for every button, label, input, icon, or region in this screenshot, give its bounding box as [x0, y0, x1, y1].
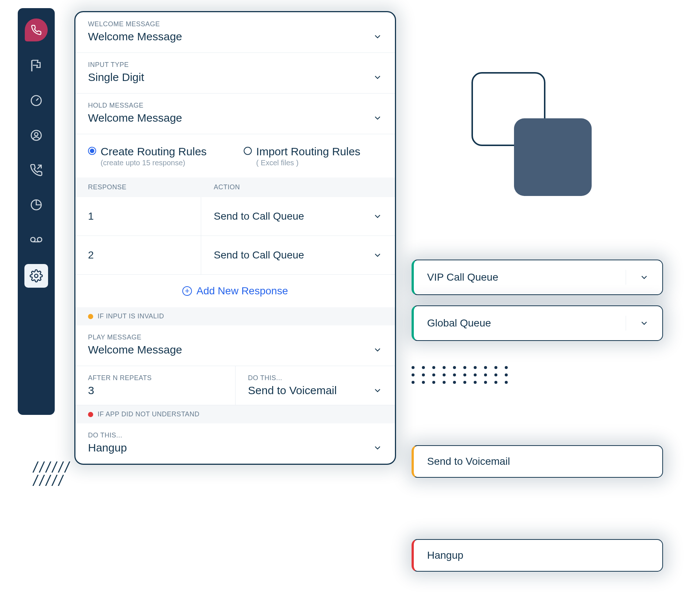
popout-value: Send to Voicemail	[427, 456, 510, 467]
sidebar-item-users[interactable]	[26, 125, 47, 146]
phone-icon	[31, 24, 42, 35]
table-row: 2 Send to Call Queue	[75, 236, 395, 275]
noresponse-do-label: Do this...	[88, 432, 382, 439]
sidebar-item-flag[interactable]	[26, 55, 47, 76]
after-repeats-label: After N Repeats	[88, 374, 223, 382]
hold-message-field: Hold Message Welcome Message	[75, 94, 395, 134]
svg-point-6	[37, 237, 42, 242]
radio-indicator	[244, 147, 252, 155]
play-message-label: Play Message	[88, 334, 382, 341]
sidebar-item-settings[interactable]	[24, 264, 48, 288]
flag-icon	[30, 59, 43, 72]
popout-value: VIP Call Queue	[427, 271, 498, 283]
add-response-label: Add New Response	[196, 285, 288, 297]
table-row: 1 Send to Call Queue	[75, 197, 395, 236]
welcome-message-field: Welcome Message Welcome Message	[75, 12, 395, 53]
popout-queue-row2[interactable]: Global Queue	[412, 305, 663, 341]
chevron-down-icon	[639, 318, 649, 328]
input-type-label: Input Type	[88, 61, 382, 69]
decorative-square-fill	[514, 118, 592, 196]
section-if-input-invalid-label: If Input is Invalid	[98, 312, 164, 320]
invalid-action-select[interactable]: Send to Voicemail	[248, 384, 383, 397]
plus-circle-icon: +	[182, 286, 192, 296]
chevron-down-icon	[373, 212, 382, 221]
routing-rules-choice: Create Routing Rules (create upto 15 res…	[75, 134, 395, 177]
popout-value: Global Queue	[427, 317, 491, 329]
popout-queue-row1[interactable]: VIP Call Queue	[412, 260, 663, 295]
add-response-button[interactable]: + Add New Response	[75, 275, 395, 307]
svg-point-8	[35, 274, 38, 278]
play-message-field: Play Message Welcome Message	[75, 325, 395, 366]
col-header-action: Action	[214, 183, 240, 191]
play-message-select[interactable]: Welcome Message	[88, 344, 382, 356]
hold-message-value: Welcome Message	[88, 112, 182, 124]
popout-noresponse-target[interactable]: Hangup	[412, 539, 663, 572]
gauge-icon	[30, 94, 43, 107]
sidebar-item-reports[interactable]	[26, 194, 47, 215]
chevron-down-icon	[639, 273, 649, 282]
sidebar-item-voicemail[interactable]	[26, 229, 47, 250]
section-if-not-understand-label: If App Did Not Understand	[98, 410, 200, 418]
sidebar-item-dashboard[interactable]	[26, 90, 47, 111]
response-value: 1	[75, 197, 201, 236]
svg-point-3	[35, 133, 38, 136]
sidebar-item-phone[interactable]	[25, 18, 48, 41]
action-value: Send to Call Queue	[214, 249, 304, 261]
play-message-value: Welcome Message	[88, 344, 182, 356]
create-routing-sub: (create upto 15 response)	[101, 159, 207, 167]
routing-table-header: Response Action	[75, 177, 395, 197]
section-if-input-invalid: If Input is Invalid	[75, 307, 395, 325]
import-routing-label: Import Routing Rules	[256, 145, 361, 158]
ivr-config-card: Welcome Message Welcome Message Input Ty…	[74, 11, 396, 465]
input-type-field: Input Type Single Digit	[75, 53, 395, 94]
section-if-not-understand: If App Did Not Understand	[75, 405, 395, 423]
decorative-dots	[412, 366, 508, 384]
action-value: Send to Call Queue	[214, 210, 304, 222]
sidebar-nav	[18, 8, 55, 415]
status-dot-warning	[88, 314, 93, 319]
gear-icon	[30, 269, 43, 282]
pie-chart-icon	[30, 198, 43, 212]
import-routing-sub: ( Excel files )	[256, 159, 361, 167]
popout-invalid-target[interactable]: Send to Voicemail	[412, 445, 663, 478]
action-select[interactable]: Send to Call Queue	[201, 236, 395, 274]
col-header-response: Response	[88, 183, 214, 191]
decorative-slashes: ///////////	[33, 461, 71, 487]
radio-import-routing[interactable]: Import Routing Rules ( Excel files )	[244, 145, 361, 167]
welcome-message-label: Welcome Message	[88, 20, 382, 28]
action-select[interactable]: Send to Call Queue	[201, 197, 395, 236]
voicemail-icon	[30, 233, 43, 246]
status-dot-error	[88, 412, 93, 417]
user-icon	[30, 129, 43, 142]
hold-message-label: Hold Message	[88, 102, 382, 109]
response-value: 2	[75, 236, 201, 274]
chevron-down-icon	[373, 250, 382, 260]
noresponse-action-select[interactable]: Hangup	[88, 441, 382, 454]
invalid-action-value: Send to Voicemail	[248, 384, 337, 397]
chevron-down-icon	[373, 386, 382, 395]
after-repeats-value[interactable]: 3	[88, 384, 223, 397]
popout-value: Hangup	[427, 549, 463, 561]
input-type-value: Single Digit	[88, 71, 144, 84]
welcome-message-select[interactable]: Welcome Message	[88, 30, 382, 43]
chevron-down-icon	[373, 113, 382, 123]
phone-forward-icon	[30, 163, 43, 177]
create-routing-label: Create Routing Rules	[101, 145, 207, 158]
chevron-down-icon	[373, 32, 382, 41]
noresponse-field: Do this... Hangup	[75, 423, 395, 464]
welcome-message-value: Welcome Message	[88, 30, 182, 43]
radio-create-routing[interactable]: Create Routing Rules (create upto 15 res…	[88, 145, 207, 167]
chevron-down-icon	[373, 443, 382, 453]
svg-point-5	[31, 237, 35, 242]
radio-indicator	[88, 147, 96, 155]
input-type-select[interactable]: Single Digit	[88, 71, 382, 84]
noresponse-action-value: Hangup	[88, 441, 127, 454]
sidebar-item-call-forward[interactable]	[26, 160, 47, 180]
chevron-down-icon	[373, 72, 382, 82]
after-repeats-row: After N Repeats 3 Do this... Send to Voi…	[75, 366, 395, 405]
hold-message-select[interactable]: Welcome Message	[88, 112, 382, 124]
chevron-down-icon	[373, 345, 382, 355]
do-this-label: Do this...	[248, 374, 383, 382]
